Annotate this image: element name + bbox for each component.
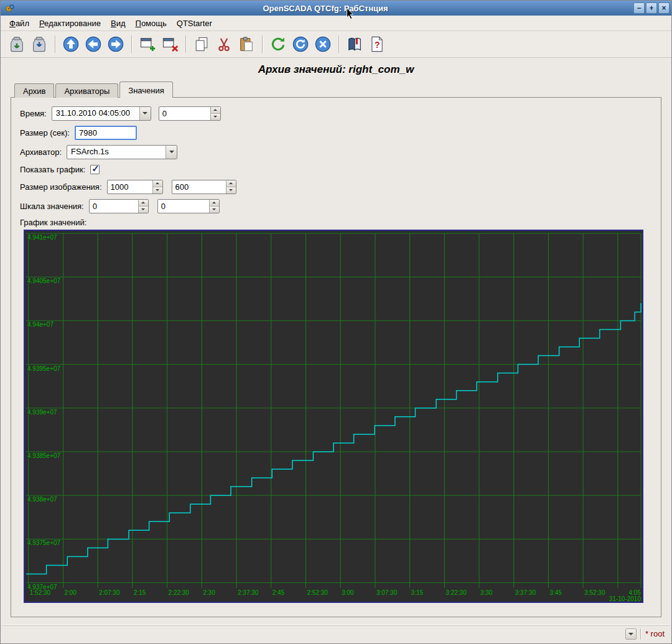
svg-text:3:37:30: 3:37:30 [515,589,536,596]
time-combobox[interactable]: 31.10.2010 04:05:00 [52,106,151,121]
scale-row: Шкала значения: 0 0 [20,198,652,213]
scale-min-spinbox[interactable]: 0 [89,199,149,213]
scale-max-value: 0 [158,200,209,213]
maximize-button[interactable]: + [646,2,657,14]
toolbar-separator [185,35,186,53]
svg-text:3:00: 3:00 [342,589,354,596]
save-to-db-button[interactable] [28,33,50,55]
scale-min-value: 0 [90,200,138,213]
scale-max-spinbox[interactable]: 0 [157,199,220,213]
image-width-spinbox[interactable]: 1000 [107,180,163,194]
load-from-db-button[interactable] [6,33,28,55]
go-previous-button[interactable] [82,33,105,55]
menu-view[interactable]: Вид [106,17,131,30]
menu-qtstarter[interactable]: QTStarter [172,17,217,30]
time-value: 31.10.2010 04:05:00 [52,107,139,120]
page-title: Архив значений: right_com_w [1,63,671,76]
image-size-row: Размер изображения: 1000 600 [20,179,652,194]
manual-qtcfg-icon [346,35,363,53]
menu-file[interactable]: Файл [4,17,34,30]
graph-label: График значений: [20,218,652,227]
item-delete-button[interactable] [159,33,181,55]
go-up-button[interactable] [60,33,82,55]
paste-button[interactable] [235,33,258,55]
tab-bar: Архив Архиваторы Значения [14,82,671,98]
spin-up-button[interactable] [139,200,148,206]
chevron-down-icon[interactable] [166,146,177,159]
cut-button[interactable] [213,33,235,55]
cut-icon [215,35,233,53]
toolbar: ? [1,31,671,58]
size-label: Размер (сек): [20,128,70,138]
titlebar[interactable]: OpenSCADA QTCfg: РабСтнция − + × [1,1,671,16]
go-next-button[interactable] [105,33,127,55]
stop-update-button[interactable] [312,33,334,55]
statusbar-separator [640,628,641,640]
spin-up-button[interactable] [211,107,220,113]
svg-text:2:07:30: 2:07:30 [99,589,120,596]
menubar: Файл Редактирование Вид Помощь QTStarter [1,16,671,31]
show-graph-checkbox[interactable] [90,165,100,174]
svg-text:3:45: 3:45 [549,589,562,596]
svg-text:2:22:30: 2:22:30 [169,589,190,596]
svg-text:2:30: 2:30 [203,589,215,596]
show-graph-label: Показать график: [20,165,85,174]
archiver-label: Архиватор: [20,147,62,157]
svg-text:4.9395e+07: 4.9395e+07 [27,365,61,372]
window-title: OpenSCADA QTCfg: РабСтнция [19,4,632,13]
svg-text:3:52:30: 3:52:30 [584,589,605,596]
tab-archivers[interactable]: Архиваторы [55,83,118,98]
spin-down-button[interactable] [226,187,236,194]
start-update-button[interactable] [289,33,312,55]
current-user-label: * root [645,629,665,638]
values-trend-chart: 4.941e+074.9405e+074.94e+074.9395e+074.9… [24,230,643,603]
load-from-db-icon [8,35,26,53]
image-height-value: 600 [172,180,226,194]
save-to-db-icon [30,35,48,53]
spin-down-button[interactable] [211,113,220,120]
size-input[interactable] [75,126,137,140]
menu-help[interactable]: Помощь [131,17,172,30]
paste-icon [238,35,255,53]
copy-button[interactable] [190,33,213,55]
statusbar: * root [2,625,670,642]
spin-down-button[interactable] [210,206,219,213]
svg-text:4.941e+07: 4.941e+07 [27,234,57,241]
toolbar-separator [338,35,339,53]
chevron-down-icon[interactable] [139,107,151,120]
archiver-row: Архиватор: FSArch.1s [20,144,652,159]
close-button[interactable]: × [658,2,670,14]
item-add-button[interactable] [136,33,159,55]
item-add-icon [139,35,156,53]
go-up-icon [62,35,80,53]
main-window: OpenSCADA QTCfg: РабСтнция − + × Файл Ре… [0,0,672,644]
image-size-label: Размер изображения: [20,182,102,192]
stop-update-icon [314,35,332,53]
menu-edit[interactable]: Редактирование [34,17,106,30]
minimize-button[interactable]: − [633,2,645,14]
spin-down-button[interactable] [153,187,162,194]
svg-text:4.9385e+07: 4.9385e+07 [27,452,61,459]
svg-text:3:07:30: 3:07:30 [376,589,398,596]
size-row: Размер (сек): [20,125,652,140]
go-next-icon [107,35,124,53]
time-usec-spinbox[interactable]: 0 [159,106,221,121]
manual-qtcfg-button[interactable] [343,33,366,55]
spin-up-button[interactable] [153,180,162,187]
page-area: Архив значений: right_com_w Архив Архива… [1,58,671,643]
tab-values[interactable]: Значения [119,82,172,98]
svg-text:4.9405e+07: 4.9405e+07 [27,278,61,284]
spin-up-button[interactable] [226,180,236,187]
manual-page-button[interactable]: ? [366,33,388,55]
manual-page-icon: ? [368,35,386,53]
spin-up-button[interactable] [210,200,219,206]
toolbar-separator [262,35,263,53]
image-height-spinbox[interactable]: 600 [172,180,236,194]
scale-label: Шкала значения: [20,202,84,211]
user-dropdown-button[interactable] [625,628,637,640]
tab-archive[interactable]: Архив [14,83,54,98]
spin-down-button[interactable] [139,206,148,213]
archiver-combobox[interactable]: FSArch.1s [67,145,177,159]
refresh-button[interactable] [267,33,289,55]
image-width-value: 1000 [108,180,152,194]
